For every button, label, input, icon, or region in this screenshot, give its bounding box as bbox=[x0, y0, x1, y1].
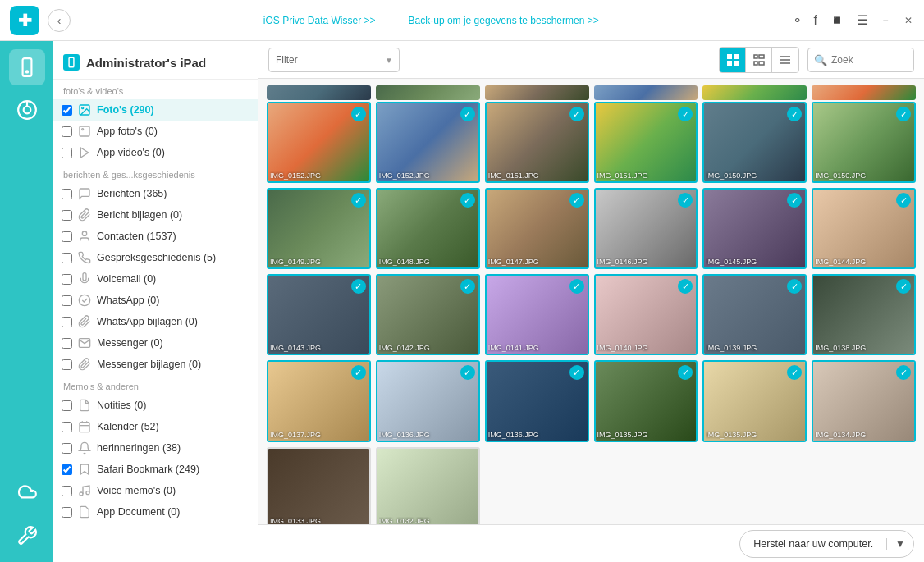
photo-item[interactable]: IMG_0152.JPG✓ bbox=[267, 102, 371, 183]
sidebar-item-herinneringen[interactable]: herinneringen (38) bbox=[53, 437, 258, 459]
sidebar-item-berichten[interactable]: Berichten (365) bbox=[53, 183, 258, 204]
partial-photo-item[interactable] bbox=[702, 85, 807, 100]
partial-photo-item[interactable] bbox=[594, 85, 698, 100]
checkbox-kalender[interactable] bbox=[62, 422, 72, 432]
partial-photo-item[interactable] bbox=[376, 85, 480, 100]
photo-item[interactable]: IMG_0134.JPG✓ bbox=[812, 360, 916, 441]
svg-point-10 bbox=[82, 231, 86, 235]
checkbox-messengerbijlagen[interactable] bbox=[62, 359, 72, 370]
ios-data-wiser-link[interactable]: iOS Prive Data Wisser >> bbox=[263, 15, 376, 26]
sidebar-item-safari[interactable]: Safari Bookmark (249) bbox=[53, 459, 258, 480]
filter-wrapper: Filter ▼ bbox=[268, 48, 400, 72]
checkbox-berichten[interactable] bbox=[62, 189, 72, 199]
partial-photo-item[interactable] bbox=[267, 85, 371, 100]
photo-item[interactable]: IMG_0136.JPG✓ bbox=[485, 360, 589, 441]
photo-item[interactable]: IMG_0144.JPG✓ bbox=[812, 188, 916, 269]
person-icon[interactable]: ⚬ bbox=[792, 12, 803, 28]
photo-item[interactable]: IMG_0149.JPG✓ bbox=[267, 188, 371, 269]
left-nav bbox=[0, 41, 53, 562]
detail-view-button[interactable] bbox=[772, 48, 798, 72]
bottom-bar: Herstel naar uw computer. ▼ bbox=[258, 524, 924, 562]
photo-item[interactable]: IMG_0151.JPG✓ bbox=[485, 102, 589, 183]
item-label-appvideos: App video's (0) bbox=[97, 147, 249, 158]
sidebar-item-contacten[interactable]: Contacten (1537) bbox=[53, 226, 258, 247]
photo-item[interactable]: IMG_0150.JPG✓ bbox=[702, 102, 807, 183]
sidebar-item-voicememos[interactable]: Voice memo's (0) bbox=[53, 480, 258, 501]
checkbox-messenger[interactable] bbox=[62, 338, 72, 349]
chat-icon[interactable]: ◾ bbox=[829, 12, 845, 28]
sidebar-item-appfotos[interactable]: App foto's (0) bbox=[53, 121, 258, 142]
item-label-safari: Safari Bookmark (249) bbox=[97, 464, 249, 475]
back-button[interactable]: ‹ bbox=[48, 9, 71, 32]
photo-item[interactable]: IMG_0139.JPG✓ bbox=[702, 274, 807, 355]
partial-photo-item[interactable] bbox=[812, 85, 916, 100]
sidebar-item-appdoc[interactable]: App Document (0) bbox=[53, 501, 258, 523]
svg-rect-20 bbox=[727, 61, 732, 66]
photo-item[interactable]: IMG_0148.JPG✓ bbox=[376, 188, 480, 269]
checkbox-contacten[interactable] bbox=[62, 231, 72, 242]
nav-cloud-icon[interactable] bbox=[9, 475, 45, 511]
item-icon-whatsapp bbox=[77, 293, 92, 308]
sidebar-item-voicemail[interactable]: Voicemail (0) bbox=[53, 268, 258, 290]
partial-photo-item[interactable] bbox=[485, 85, 589, 100]
item-icon-notities bbox=[77, 398, 92, 413]
photo-item[interactable]: IMG_0147.JPG✓ bbox=[485, 188, 589, 269]
checkbox-appvideos[interactable] bbox=[62, 148, 72, 158]
checkbox-appfotos[interactable] bbox=[62, 126, 72, 137]
photo-item[interactable]: IMG_0136.JPG✓ bbox=[376, 360, 480, 441]
checkbox-voicemail[interactable] bbox=[62, 274, 72, 285]
checkbox-herinneringen[interactable] bbox=[62, 443, 72, 454]
facebook-icon[interactable]: f bbox=[814, 13, 817, 28]
menu-icon[interactable]: ☰ bbox=[857, 12, 868, 28]
sidebar-item-berichtbijlagen[interactable]: Bericht bijlagen (0) bbox=[53, 204, 258, 226]
photo-item[interactable]: IMG_0152.JPG✓ bbox=[376, 102, 480, 183]
photo-item[interactable]: IMG_0135.JPG✓ bbox=[702, 360, 807, 441]
sidebar-item-whatsapp[interactable]: WhatsApp (0) bbox=[53, 290, 258, 311]
checkbox-appdoc[interactable] bbox=[62, 507, 72, 518]
photo-label: IMG_0152.JPG bbox=[379, 171, 477, 180]
checkbox-fotos[interactable] bbox=[62, 105, 72, 116]
photo-item[interactable]: IMG_0150.JPG✓ bbox=[812, 102, 916, 183]
photo-item[interactable]: IMG_0138.JPG✓ bbox=[812, 274, 916, 355]
photo-item[interactable]: IMG_0132.JPG bbox=[376, 447, 480, 525]
sidebar-item-messenger[interactable]: Messenger (0) bbox=[53, 332, 258, 354]
checkbox-voicememos[interactable] bbox=[62, 486, 72, 496]
restore-dropdown-arrow-icon[interactable]: ▼ bbox=[887, 538, 913, 550]
backup-link[interactable]: Back-up om je gegevens te beschermen >> bbox=[409, 15, 599, 26]
nav-device-icon[interactable] bbox=[9, 49, 45, 85]
photo-item[interactable]: IMG_0141.JPG✓ bbox=[485, 274, 589, 355]
checkbox-gespreks[interactable] bbox=[62, 253, 72, 263]
search-input[interactable] bbox=[807, 48, 914, 72]
checkbox-notities[interactable] bbox=[62, 400, 72, 411]
list-view-button[interactable] bbox=[746, 48, 772, 72]
photo-item[interactable]: IMG_0135.JPG✓ bbox=[594, 360, 698, 441]
sidebar-item-gespreks[interactable]: Gespreksgeschiedenis (5) bbox=[53, 247, 258, 268]
sidebar-item-fotos[interactable]: Foto's (290) bbox=[53, 99, 258, 121]
filter-select[interactable]: Filter bbox=[268, 48, 400, 72]
checkbox-berichtbijlagen[interactable] bbox=[62, 210, 72, 221]
grid-view-button[interactable] bbox=[720, 48, 746, 72]
photo-item[interactable]: IMG_0133.JPG bbox=[267, 447, 371, 525]
sidebar-item-messengerbijlagen[interactable]: Messenger bijlagen (0) bbox=[53, 354, 258, 375]
photo-item[interactable]: IMG_0145.JPG✓ bbox=[702, 188, 807, 269]
close-button[interactable]: ✕ bbox=[903, 15, 914, 26]
photo-item[interactable]: IMG_0142.JPG✓ bbox=[376, 274, 480, 355]
photo-label: IMG_0138.JPG bbox=[815, 344, 913, 352]
photo-checkmark-icon: ✓ bbox=[896, 107, 911, 121]
sidebar-item-appvideos[interactable]: App video's (0) bbox=[53, 142, 258, 163]
photo-item[interactable]: IMG_0143.JPG✓ bbox=[267, 274, 371, 355]
photo-item[interactable]: IMG_0137.JPG✓ bbox=[267, 360, 371, 441]
checkbox-whatsapp[interactable] bbox=[62, 295, 72, 306]
nav-tools-icon[interactable] bbox=[9, 518, 45, 554]
sidebar-item-whatsappbijlagen[interactable]: WhatsApp bijlagen (0) bbox=[53, 311, 258, 332]
checkbox-whatsappbijlagen[interactable] bbox=[62, 317, 72, 327]
nav-music-icon[interactable] bbox=[9, 92, 45, 128]
photo-item[interactable]: IMG_0146.JPG✓ bbox=[594, 188, 698, 269]
sidebar-item-notities[interactable]: Notities (0) bbox=[53, 395, 258, 416]
photo-item[interactable]: IMG_0151.JPG✓ bbox=[594, 102, 698, 183]
checkbox-safari[interactable] bbox=[62, 464, 72, 475]
restore-button[interactable]: Herstel naar uw computer. ▼ bbox=[739, 530, 914, 558]
sidebar-item-kalender[interactable]: Kalender (52) bbox=[53, 416, 258, 437]
photo-item[interactable]: IMG_0140.JPG✓ bbox=[594, 274, 698, 355]
minimize-button[interactable]: − bbox=[880, 15, 891, 26]
